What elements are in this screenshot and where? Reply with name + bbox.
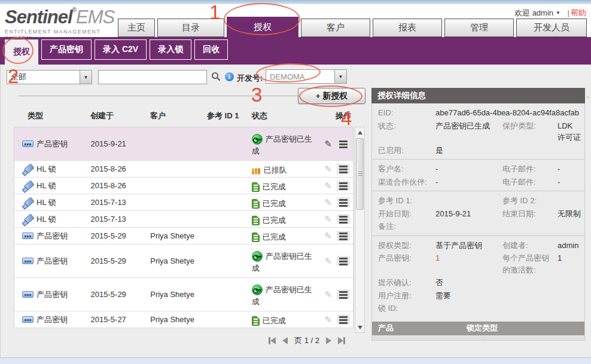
field-value: 2015-9-21 (435, 208, 502, 220)
new-entitlement-button[interactable]: + 新授权 (298, 88, 365, 104)
created-cell: 2015-5-29 (83, 228, 143, 244)
first-page-button[interactable] (269, 337, 276, 344)
table-row[interactable]: HL 锁 2015-7-13 已完成 (14, 211, 353, 228)
row-menu-icon[interactable] (337, 181, 350, 191)
panel-collapse-handle[interactable]: - (587, 93, 589, 101)
plus-icon: + (316, 91, 321, 100)
type-cell: 产品密钥 (14, 127, 83, 160)
search-button[interactable] (210, 71, 222, 83)
sub-tab-录入 C2V[interactable]: 录入 C2V (95, 39, 147, 60)
column-header: 类型 (14, 111, 83, 121)
table-row[interactable]: HL 锁 2015-7-13 已完成 (14, 194, 353, 211)
main-tab-主页[interactable]: 主页 (118, 19, 155, 37)
row-menu-icon[interactable] (337, 231, 350, 241)
products-subtable: 产品 锁定类型 +SafeNet Memo Ca... HL 或 SL-Admi… (372, 322, 584, 341)
field-label: 创建者: (502, 240, 558, 252)
row-menu-icon[interactable] (337, 197, 350, 207)
field-value: 否 (435, 277, 502, 289)
field-value (435, 302, 502, 314)
scrollbar-thumb[interactable] (356, 138, 364, 210)
field-value: 无限制 (558, 208, 582, 220)
created-cell: 2015-8-26 (83, 161, 143, 177)
status-generated-icon (252, 285, 263, 295)
field-label: 电子邮件: (502, 163, 558, 175)
details-section: EID: abe77ad6-65da-4bea-8204-ac94fa8acfa… (372, 103, 584, 159)
sub-tab-授权[interactable]: 授权 (5, 39, 38, 65)
developer-id-chevron-down-icon[interactable] (334, 70, 346, 83)
row-menu-icon[interactable] (337, 314, 350, 325)
actions-cell (314, 211, 353, 227)
main-tab-客户[interactable]: 客户 (301, 19, 370, 37)
edit-pencil-icon[interactable] (324, 215, 332, 224)
table-row[interactable]: 产品密钥 2015-5-27 Priya Shetye 已完成 (14, 311, 353, 328)
table-row[interactable]: 产品密钥 2015-5-29 Priya Shetye 已完成 (14, 228, 353, 244)
help-link[interactable]: 帮助 (571, 8, 586, 17)
last-page-button[interactable] (338, 337, 345, 344)
field-value: 1 (558, 252, 582, 276)
details-row: 已启用: 是 (372, 144, 584, 157)
developer-id-select[interactable]: DEMOMA (266, 69, 347, 84)
details-sections: EID: abe77ad6-65da-4bea-8204-ac94fa8acfa… (372, 103, 584, 317)
field-label: EID: (378, 107, 435, 119)
table-row[interactable]: 产品密钥 2015-9-21 产品密钥已生成 (14, 127, 353, 161)
status-cell: 已排队 (244, 161, 315, 177)
edit-pencil-icon[interactable] (324, 164, 332, 173)
status-generated-icon (252, 134, 263, 145)
main-tab-管理[interactable]: 管理 (444, 19, 514, 37)
user-menu-chevron-down-icon[interactable]: ▼ (556, 10, 560, 16)
next-page-button[interactable] (326, 337, 331, 344)
edit-pencil-icon[interactable] (324, 181, 332, 190)
details-row: 授权类型: 基于产品密钥 创建者: admin (372, 239, 584, 252)
status-completed-icon (252, 182, 260, 192)
edit-pencil-icon[interactable] (324, 231, 332, 240)
field-value[interactable]: 1 (435, 252, 502, 276)
category-select[interactable]: 全部 (7, 70, 92, 84)
row-menu-icon[interactable] (337, 214, 350, 224)
main-tab-报表[interactable]: 报表 (373, 19, 442, 37)
entitlements-table-body: 产品密钥 2015-9-21 产品密钥已生成 HL 锁 2015-8-26 已排… (14, 127, 354, 328)
table-scrollbar[interactable] (355, 127, 365, 333)
sub-tab-产品密钥[interactable]: 产品密钥 (41, 39, 92, 60)
table-row[interactable]: 产品密钥 2015-5-29 Priya Shetye 产品密钥已生成 (14, 278, 353, 311)
main-tab-开发人员[interactable]: 开发人员 (516, 19, 587, 37)
previous-page-button[interactable] (282, 337, 288, 344)
main-tab-目录[interactable]: 目录 (157, 19, 224, 37)
details-section: 客户名: - 电子邮件: - 渠道合作伙伴: - 电子邮件: - (372, 159, 584, 191)
info-icon[interactable]: i (225, 72, 234, 81)
lock-type-column-header: 锁定类型 (467, 323, 584, 334)
table-row[interactable]: HL 锁 2015-8-26 已排队 (14, 161, 353, 178)
edit-pencil-icon[interactable] (324, 290, 332, 299)
search-input[interactable] (98, 70, 207, 84)
field-label: 每个产品密钥 的激活数: (502, 252, 558, 276)
row-menu-icon[interactable] (337, 256, 350, 266)
sub-tab-录入锁[interactable]: 录入锁 (150, 39, 191, 60)
edit-pencil-icon[interactable] (324, 256, 332, 265)
row-menu-icon[interactable] (337, 289, 350, 299)
row-menu-icon[interactable] (337, 139, 350, 149)
created-cell: 2015-5-29 (83, 244, 143, 277)
row-menu-icon[interactable] (337, 164, 350, 174)
expand-plus-icon[interactable]: + (377, 340, 384, 341)
category-select-chevron-down-icon[interactable] (80, 71, 92, 84)
field-value: - (435, 163, 502, 175)
product-name: SafeNet Memo Ca... (389, 339, 455, 341)
column-header: 创建于 (83, 111, 142, 121)
edit-pencil-icon[interactable] (324, 315, 332, 324)
created-cell: 2015-7-13 (83, 194, 143, 210)
product-key-icon (22, 233, 33, 239)
edit-pencil-icon[interactable] (324, 198, 332, 207)
scroll-down-arrow-icon[interactable] (355, 323, 364, 332)
sub-tab-回收[interactable]: 回收 (194, 39, 228, 60)
product-row[interactable]: +SafeNet Memo Ca... HL 或 SL-AdminMode (372, 335, 584, 341)
details-row: 提示确认: 否 (372, 276, 584, 289)
edit-pencil-icon[interactable] (324, 139, 332, 148)
new-entitlement-label: 新授权 (322, 91, 348, 102)
field-label: 状态: (378, 120, 435, 143)
actions-cell (314, 244, 353, 277)
table-row[interactable]: 产品密钥 2015-5-29 Priya Shetye 产品密钥已生成 (14, 244, 353, 278)
field-value: 需要 (435, 290, 502, 302)
table-row[interactable]: HL 锁 2015-8-26 已完成 (14, 178, 353, 194)
created-cell: 2015-5-27 (83, 311, 143, 328)
scroll-up-arrow-icon[interactable] (355, 128, 364, 137)
main-tab-授权[interactable]: 授权 (227, 17, 298, 37)
